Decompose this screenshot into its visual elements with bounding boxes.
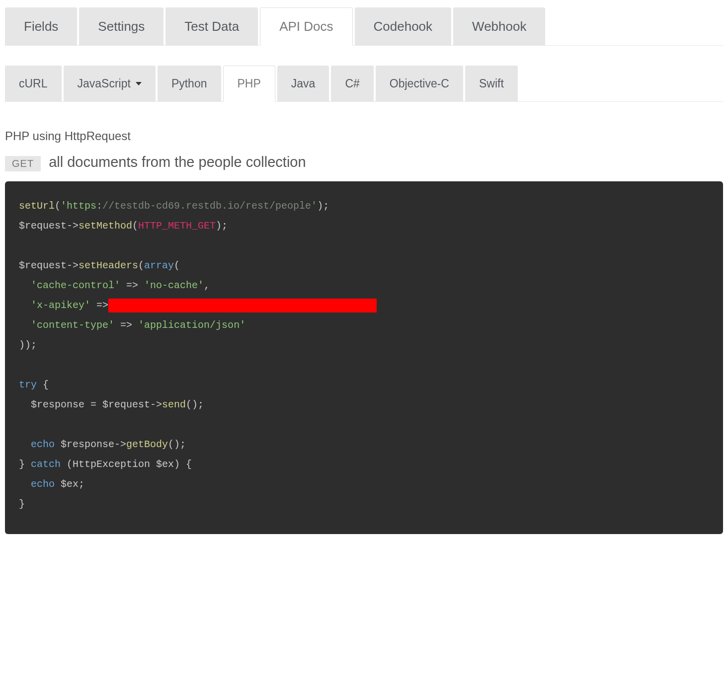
tab-label: Settings: [98, 19, 145, 34]
code-token-arrow: ->: [67, 220, 79, 232]
code-token-keyword: echo: [31, 439, 55, 450]
method-row: GET all documents from the people collec…: [5, 154, 723, 171]
lang-tab-label: C#: [345, 77, 359, 90]
tab-fields[interactable]: Fields: [5, 7, 77, 45]
tab-api-docs[interactable]: API Docs: [260, 7, 352, 46]
lang-tab-label: Java: [291, 77, 316, 90]
lang-tab-objective-c[interactable]: Objective-C: [376, 66, 463, 101]
code-token-string: 'https:: [61, 200, 102, 212]
code-token-arrow: ->: [150, 399, 162, 410]
code-token-keyword: try: [19, 379, 37, 390]
lang-tab-java[interactable]: Java: [277, 66, 329, 101]
code-token-arrow: =>: [120, 319, 132, 331]
code-token-var: $response: [61, 439, 114, 450]
code-token-arrow: =>: [96, 300, 108, 311]
code-token-keyword: array: [144, 260, 174, 271]
code-token-fn: setUrl: [19, 200, 55, 212]
tab-label: API Docs: [279, 19, 333, 34]
code-token-var: $request: [19, 220, 67, 232]
lang-tab-python[interactable]: Python: [158, 66, 221, 101]
code-token-const: HTTP_METH_GET: [138, 220, 216, 232]
tab-label: Codehook: [374, 19, 433, 34]
redacted-secret: [108, 299, 377, 312]
code-token-url: //testdb-cd69.restdb.io/rest/people': [102, 200, 317, 212]
code-token-var: $ex: [156, 459, 174, 470]
code-token-string: 'no-cache': [144, 280, 204, 291]
code-token-string: 'content-type': [31, 319, 114, 331]
lang-tab-swift[interactable]: Swift: [465, 66, 518, 101]
code-token-arrow: ->: [114, 439, 126, 450]
lang-tab-label: Objective-C: [390, 77, 449, 90]
code-token-fn: send: [162, 399, 186, 410]
code-token-string: 'x-apikey': [31, 300, 90, 311]
lang-tab-label: Python: [171, 77, 207, 90]
code-token-string: 'cache-control': [31, 280, 120, 291]
section-heading: PHP using HttpRequest: [5, 129, 723, 143]
lang-tab-csharp[interactable]: C#: [331, 66, 373, 101]
lang-tab-label: Swift: [479, 77, 504, 90]
code-token-fn: setHeaders: [79, 260, 138, 271]
tab-settings[interactable]: Settings: [79, 7, 163, 45]
code-token-var: $response: [31, 399, 84, 410]
lang-tab-curl[interactable]: cURL: [5, 66, 62, 101]
tab-test-data[interactable]: Test Data: [165, 7, 258, 45]
method-description: all documents from the people collection: [49, 154, 306, 170]
caret-down-icon: [136, 82, 142, 85]
tab-webhook[interactable]: Webhook: [453, 7, 545, 45]
tab-label: Fields: [24, 19, 58, 34]
tab-label: Test Data: [184, 19, 239, 34]
lang-tab-label: cURL: [19, 77, 48, 90]
code-token-punct: ));: [19, 339, 37, 351]
code-sample: setUrl('https://testdb-cd69.restdb.io/re…: [5, 181, 723, 534]
code-token-string: 'application/json': [138, 319, 245, 331]
code-token-class: HttpException: [73, 459, 150, 470]
code-token-arrow: =>: [126, 280, 138, 291]
code-token-var: $ex: [61, 478, 79, 490]
code-token-var: $request: [102, 399, 150, 410]
lang-tab-label: JavaScript: [78, 77, 131, 90]
code-token-fn: setMethod: [79, 220, 132, 232]
language-tab-row: cURL JavaScript Python PHP Java C# Objec…: [5, 66, 723, 102]
main-tab-row: Fields Settings Test Data API Docs Codeh…: [5, 7, 723, 46]
http-method-badge: GET: [5, 156, 41, 171]
code-token-keyword: catch: [31, 459, 61, 470]
lang-tab-javascript[interactable]: JavaScript: [64, 66, 156, 101]
tab-label: Webhook: [472, 19, 526, 34]
tab-codehook[interactable]: Codehook: [355, 7, 452, 45]
lang-tab-label: PHP: [238, 77, 261, 90]
code-token-var: $request: [19, 260, 67, 271]
code-token-keyword: echo: [31, 478, 55, 490]
code-token-arrow: ->: [67, 260, 79, 271]
lang-tab-php[interactable]: PHP: [223, 66, 275, 102]
code-token-fn: getBody: [126, 439, 168, 450]
